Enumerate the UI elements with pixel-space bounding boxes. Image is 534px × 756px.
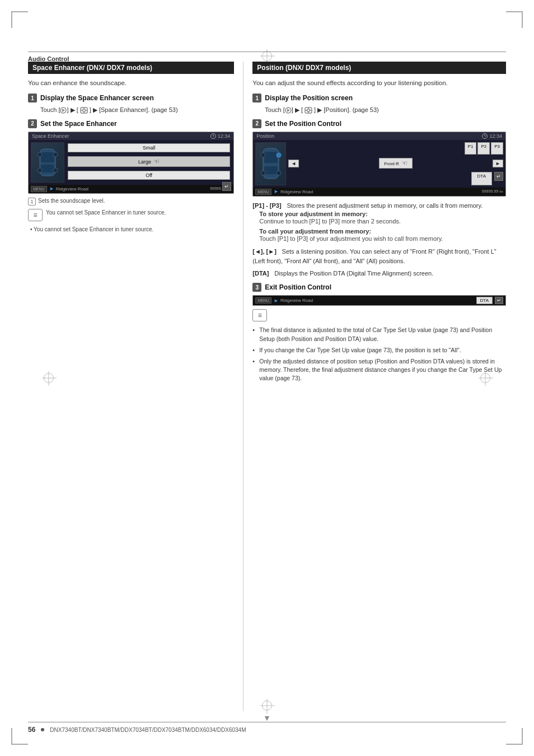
se-btn-off[interactable]: Off bbox=[68, 171, 230, 180]
detail-text-dta: Displays the Position DTA (Digital Time … bbox=[271, 270, 433, 277]
right-step1-header: 1 Display the Position screen bbox=[252, 94, 506, 102]
pos-btn-p2[interactable]: P2 bbox=[477, 142, 490, 155]
annotation-text-1: Sets the soundscape level. bbox=[38, 197, 105, 205]
svg-point-32 bbox=[261, 153, 265, 157]
se-control-buttons: Small Large ☜ Off bbox=[68, 142, 230, 183]
pos-back-btn[interactable]: ↵ bbox=[494, 172, 503, 181]
detail-text-p1p3: Stores the present adjustment setup in m… bbox=[283, 202, 483, 209]
page-header: Audio Control bbox=[28, 52, 506, 63]
footer-bullets: The final distance is adjusted to the to… bbox=[252, 326, 506, 382]
detail-text-arrows: Sets a listening position. You can selec… bbox=[252, 248, 496, 264]
pos-btn-p3[interactable]: P3 bbox=[491, 142, 503, 155]
pos-middle-row: ◄ Front R ☜ ► bbox=[288, 156, 503, 171]
right-note-row: ≡ bbox=[252, 309, 506, 321]
right-column: Position (DNX/ DDX7 models) You can adju… bbox=[243, 62, 506, 711]
svg-marker-1 bbox=[62, 109, 65, 112]
svg-point-21 bbox=[307, 109, 310, 112]
page-footer: 56 DNX7340BT/DNX7340BTM/DDX7034BT/DDX703… bbox=[28, 722, 506, 734]
sub-store-text: Continue to touch [P1] to [P3] more than… bbox=[259, 217, 506, 226]
exit-screen: MENU ➤ Ridgeview Road DTA ↵ bbox=[252, 295, 506, 306]
screen-clock-se: 12:34 bbox=[218, 133, 231, 139]
pos-front-r-display: Front R ☜ bbox=[379, 158, 413, 169]
svg-rect-12 bbox=[41, 152, 54, 162]
left-note-text: You cannot set Space Enhancer in tuner s… bbox=[46, 209, 166, 217]
reg-mark-br bbox=[506, 728, 523, 745]
detail-section: [P1] - [P3] Stores the present adjustmen… bbox=[252, 201, 506, 279]
space-enhancer-screen: Space Enhancer 12:34 bbox=[28, 132, 234, 194]
sub-store: To store your adjustment in memory: Cont… bbox=[259, 211, 506, 226]
exit-back-btn[interactable]: ↵ bbox=[495, 297, 503, 304]
left-bullet-note: You cannot set Space Enhancer in tuner s… bbox=[30, 226, 234, 234]
sub-call-label: To call your adjustment from memory: bbox=[259, 228, 506, 235]
detail-p1p3: [P1] - [P3] Stores the present adjustmen… bbox=[252, 201, 506, 244]
down-arrow: ▼ bbox=[263, 713, 271, 722]
exit-road-text: Ridgeview Road bbox=[280, 298, 474, 303]
svg-point-36 bbox=[277, 153, 281, 157]
screen-body-se: Small Large ☜ Off ↵ bbox=[29, 140, 233, 185]
svg-rect-30 bbox=[264, 152, 278, 163]
pos-btn-p1[interactable]: P1 bbox=[465, 142, 477, 155]
right-section-header: Position (DNX/ DDX7 models) bbox=[252, 62, 506, 74]
detail-dta: [DTA] Displays the Position DTA (Digital… bbox=[252, 269, 506, 278]
annotation-num-1: 1 bbox=[28, 198, 36, 206]
menu-btn-se[interactable]: MENU bbox=[31, 186, 47, 192]
right-step1-instruction: Touch [] ▶ [ ] ▶ [Position]. (page 53) bbox=[265, 105, 506, 115]
sub-store-label: To store your adjustment in memory: bbox=[259, 211, 506, 217]
exit-nav-arrow: ➤ bbox=[274, 298, 278, 304]
position-screen: Position 12:34 bbox=[252, 132, 506, 197]
detail-tag-dta: [DTA] bbox=[252, 270, 269, 277]
detail-tag-arrows: [◄], [►] bbox=[252, 248, 277, 255]
left-note-row: ≡ You cannot set Space Enhancer in tuner… bbox=[28, 209, 234, 221]
left-step1-header: 1 Display the Space Enhancer screen bbox=[28, 94, 234, 102]
screen-clock-area-se: 12:34 bbox=[210, 133, 231, 139]
pos-car-thumbnail bbox=[255, 142, 286, 185]
se-btn-small[interactable]: Small bbox=[68, 143, 230, 152]
svg-point-14 bbox=[38, 152, 42, 157]
pos-dta-btn[interactable]: DTA bbox=[471, 172, 492, 185]
clock-icon-pos bbox=[482, 133, 488, 139]
sub-call: To call your adjustment from memory: Tou… bbox=[259, 228, 506, 244]
screen-title-se: Space Enhancer bbox=[32, 133, 69, 139]
right-step3-label: Exit Position Control bbox=[265, 283, 331, 291]
car-silhouette-svg bbox=[34, 144, 61, 180]
menu-btn-pos[interactable]: MENU bbox=[255, 189, 271, 195]
svg-point-16 bbox=[38, 168, 42, 172]
road-text-pos: Ridgeview Road bbox=[280, 189, 480, 194]
content-area: Space Enhancer (DNX/ DDX7 models) You ca… bbox=[28, 62, 506, 711]
screen-header-se: Space Enhancer 12:34 bbox=[29, 132, 233, 140]
clock-icon-se bbox=[210, 133, 216, 139]
left-step1-instruction: Touch [] ▶ [ ] ▶ [Space Enhancer]. (page… bbox=[40, 105, 234, 115]
screen-clock-pos: 12:34 bbox=[489, 133, 502, 139]
left-step1-label: Display the Space Enhancer screen bbox=[40, 94, 154, 102]
se-btn-large: Large ☜ bbox=[68, 156, 230, 167]
detail-tag-p1p3: [P1] - [P3] bbox=[252, 202, 281, 209]
pos-controls: P1 P2 P3 ◄ Front R ☜ ► bbox=[288, 142, 503, 185]
pos-left-arrow-btn[interactable]: ◄ bbox=[288, 160, 299, 167]
pos-right-arrow-btn[interactable]: ► bbox=[493, 160, 503, 167]
reg-mark-bl bbox=[11, 728, 28, 745]
exit-menu-btn[interactable]: MENU bbox=[255, 297, 271, 304]
left-section-intro: You can enhance the soundscape. bbox=[28, 78, 234, 88]
footer-bullet-3: Only the adjusted distance of position s… bbox=[252, 357, 506, 383]
screen-title-pos: Position bbox=[256, 133, 274, 139]
touch-indicator-se: ☜ bbox=[154, 158, 160, 165]
se-car-thumbnail bbox=[31, 142, 64, 183]
right-step2-num: 2 bbox=[252, 119, 261, 128]
screen-footer-se: MENU ➤ Ridgeview Road 99999.99 ㎞ bbox=[29, 185, 233, 193]
exit-dta-btn[interactable]: DTA bbox=[476, 297, 493, 304]
svg-point-34 bbox=[261, 171, 265, 175]
distance-text-pos: 99999.99 ㎞ bbox=[482, 189, 503, 194]
svg-point-15 bbox=[53, 152, 58, 157]
left-step1-num: 1 bbox=[28, 94, 37, 102]
se-back-btn[interactable]: ↵ bbox=[222, 182, 231, 191]
svg-point-17 bbox=[53, 168, 58, 172]
right-step3-header: 3 Exit Position Control bbox=[252, 283, 506, 292]
pos-car-svg bbox=[257, 144, 284, 183]
pos-screen-body: P1 P2 P3 ◄ Front R ☜ ► bbox=[253, 140, 505, 188]
left-column: Space Enhancer (DNX/ DDX7 models) You ca… bbox=[28, 62, 243, 711]
svg-rect-13 bbox=[41, 165, 54, 172]
svg-marker-19 bbox=[287, 109, 290, 112]
right-section-intro: You can adjust the sound effects accordi… bbox=[252, 78, 506, 88]
detail-arrows: [◄], [►] Sets a listening position. You … bbox=[252, 247, 506, 266]
reg-mark-tr bbox=[506, 11, 523, 28]
